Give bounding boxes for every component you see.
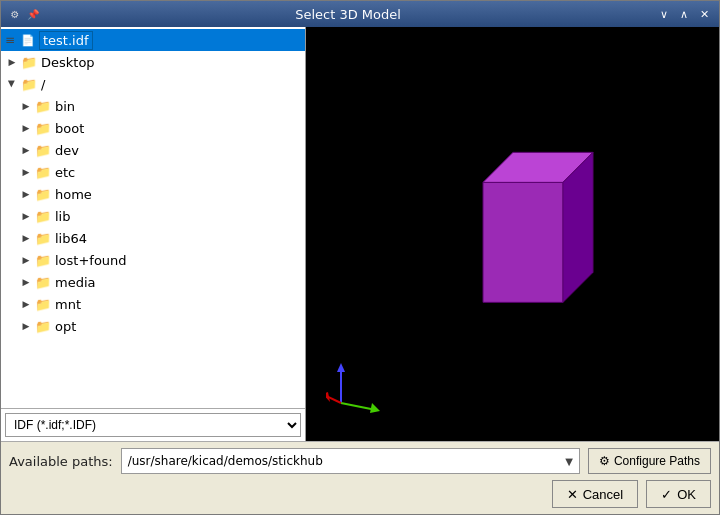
tree-item-label: lib64 bbox=[55, 231, 87, 246]
tree-item-lib64[interactable]: ▶📁lib64 bbox=[1, 227, 305, 249]
tree-item-label: lib bbox=[55, 209, 70, 224]
chevron-icon: ▶ bbox=[19, 123, 33, 133]
ok-icon: ✓ bbox=[661, 487, 672, 502]
tree-item-bin[interactable]: ▶📁bin bbox=[1, 95, 305, 117]
tree-item-opt[interactable]: ▶📁opt bbox=[1, 315, 305, 337]
tree-item-media[interactable]: ▶📁media bbox=[1, 271, 305, 293]
titlebar-app-icons: ⚙ 📌 bbox=[7, 6, 41, 22]
preview-panel bbox=[306, 27, 719, 441]
folder-icon: 📁 bbox=[35, 143, 51, 158]
folder-icon: 📁 bbox=[35, 165, 51, 180]
chevron-icon: ▶ bbox=[19, 277, 33, 287]
folder-icon: 📁 bbox=[35, 297, 51, 312]
file-filter-select[interactable]: IDF (*.idf;*.IDF) All files (*) bbox=[5, 413, 301, 437]
cancel-button[interactable]: ✕ Cancel bbox=[552, 480, 638, 508]
chevron-icon: ▶ bbox=[7, 77, 17, 91]
file-panel: ≡📄test.idf▶📁Desktop▶📁/▶📁bin▶📁boot▶📁dev▶📁… bbox=[1, 27, 306, 441]
main-window: ⚙ 📌 Select 3D Model ∨ ∧ ✕ ≡📄test.idf▶📁De… bbox=[0, 0, 720, 515]
file-tree[interactable]: ≡📄test.idf▶📁Desktop▶📁/▶📁bin▶📁boot▶📁dev▶📁… bbox=[1, 27, 305, 408]
folder-icon: 📁 bbox=[35, 209, 51, 224]
folder-icon: 📁 bbox=[35, 319, 51, 334]
tree-item-boot[interactable]: ▶📁boot bbox=[1, 117, 305, 139]
tree-item-label: lost+found bbox=[55, 253, 127, 268]
folder-icon: 📁 bbox=[35, 121, 51, 136]
tree-item-label: etc bbox=[55, 165, 75, 180]
paths-value: /usr/share/kicad/demos/stickhub bbox=[128, 454, 323, 468]
folder-icon: 📁 bbox=[35, 275, 51, 290]
titlebar: ⚙ 📌 Select 3D Model ∨ ∧ ✕ bbox=[1, 1, 719, 27]
chevron-icon: ▶ bbox=[19, 145, 33, 155]
axis-arrows bbox=[326, 358, 386, 421]
app-icon: ⚙ bbox=[7, 6, 23, 22]
tree-item-desktop[interactable]: ▶📁Desktop bbox=[1, 51, 305, 73]
folder-icon: 📁 bbox=[21, 55, 37, 70]
action-row: ✕ Cancel ✓ OK bbox=[9, 480, 711, 508]
tree-item-etc[interactable]: ▶📁etc bbox=[1, 161, 305, 183]
folder-icon: 📁 bbox=[35, 99, 51, 114]
close-button[interactable]: ✕ bbox=[695, 5, 713, 23]
chevron-icon: ▶ bbox=[19, 299, 33, 309]
chevron-icon: ▶ bbox=[19, 255, 33, 265]
chevron-icon: ▶ bbox=[19, 211, 33, 221]
tree-item-label: dev bbox=[55, 143, 79, 158]
paths-row: Available paths: /usr/share/kicad/demos/… bbox=[9, 448, 711, 474]
tree-item-home[interactable]: ▶📁home bbox=[1, 183, 305, 205]
titlebar-left: ⚙ 📌 bbox=[7, 6, 41, 22]
tree-item-lib[interactable]: ▶📁lib bbox=[1, 205, 305, 227]
titlebar-buttons: ∨ ∧ ✕ bbox=[655, 5, 713, 23]
cancel-label: Cancel bbox=[583, 487, 623, 502]
folder-icon: 📁 bbox=[35, 231, 51, 246]
svg-marker-4 bbox=[337, 363, 345, 372]
3d-model-preview bbox=[453, 122, 613, 325]
minimize-button[interactable]: ∨ bbox=[655, 5, 673, 23]
ok-button[interactable]: ✓ OK bbox=[646, 480, 711, 508]
tree-item-dev[interactable]: ▶📁dev bbox=[1, 139, 305, 161]
configure-paths-label: Configure Paths bbox=[614, 454, 700, 468]
svg-marker-6 bbox=[370, 403, 380, 413]
filter-bar: IDF (*.idf;*.IDF) All files (*) bbox=[1, 408, 305, 441]
tree-item-label: media bbox=[55, 275, 96, 290]
ok-label: OK bbox=[677, 487, 696, 502]
tree-item-test-idf[interactable]: ≡📄test.idf bbox=[1, 29, 305, 51]
configure-paths-button[interactable]: ⚙ Configure Paths bbox=[588, 448, 711, 474]
tree-item-label: home bbox=[55, 187, 92, 202]
svg-marker-0 bbox=[483, 182, 563, 302]
paths-label: Available paths: bbox=[9, 454, 113, 469]
tree-item-label: / bbox=[41, 77, 45, 92]
chevron-icon: ▶ bbox=[19, 167, 33, 177]
file-list-icon: ≡ bbox=[5, 33, 19, 47]
tree-item-label: mnt bbox=[55, 297, 81, 312]
file-icon: 📄 bbox=[21, 34, 35, 47]
tree-item-root[interactable]: ▶📁/ bbox=[1, 73, 305, 95]
tree-item-lost-found[interactable]: ▶📁lost+found bbox=[1, 249, 305, 271]
chevron-icon: ▶ bbox=[5, 57, 19, 67]
pin-icon: 📌 bbox=[25, 6, 41, 22]
chevron-icon: ▶ bbox=[19, 233, 33, 243]
chevron-icon: ▶ bbox=[19, 101, 33, 111]
chevron-icon: ▶ bbox=[19, 321, 33, 331]
folder-icon: 📁 bbox=[35, 187, 51, 202]
tree-item-label: bin bbox=[55, 99, 75, 114]
maximize-button[interactable]: ∧ bbox=[675, 5, 693, 23]
tree-item-label: boot bbox=[55, 121, 84, 136]
cancel-icon: ✕ bbox=[567, 487, 578, 502]
tree-item-label: opt bbox=[55, 319, 76, 334]
selected-filename: test.idf bbox=[39, 31, 93, 50]
svg-line-5 bbox=[341, 403, 376, 410]
folder-icon: 📁 bbox=[35, 253, 51, 268]
folder-icon: 📁 bbox=[21, 77, 37, 92]
configure-paths-icon: ⚙ bbox=[599, 454, 610, 468]
chevron-icon: ▶ bbox=[19, 189, 33, 199]
main-content: ≡📄test.idf▶📁Desktop▶📁/▶📁bin▶📁boot▶📁dev▶📁… bbox=[1, 27, 719, 441]
paths-dropdown-arrow: ▼ bbox=[565, 456, 573, 467]
paths-dropdown[interactable]: /usr/share/kicad/demos/stickhub ▼ bbox=[121, 448, 580, 474]
bottom-bar: Available paths: /usr/share/kicad/demos/… bbox=[1, 441, 719, 514]
tree-item-label: Desktop bbox=[41, 55, 95, 70]
window-title: Select 3D Model bbox=[41, 7, 655, 22]
tree-item-mnt[interactable]: ▶📁mnt bbox=[1, 293, 305, 315]
